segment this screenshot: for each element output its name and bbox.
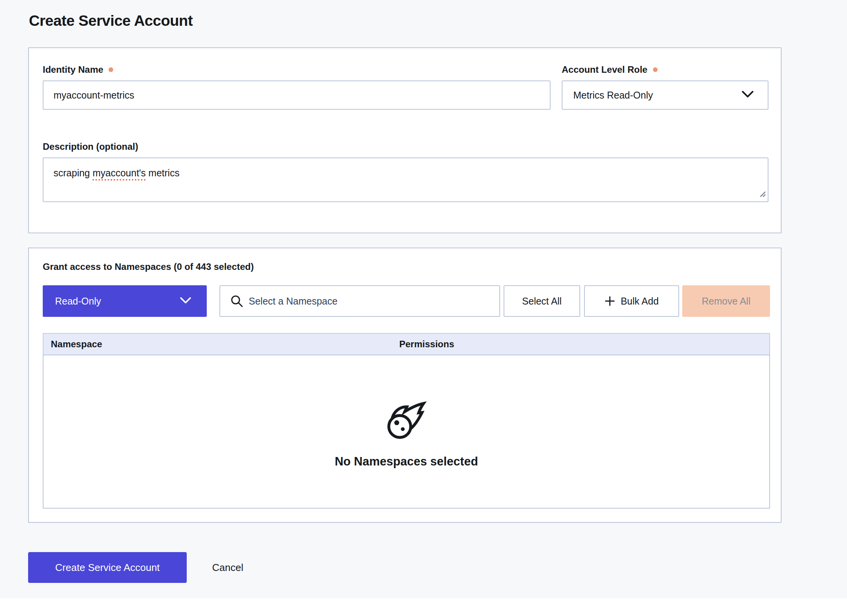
namespaces-table: Namespace Permissions No Namespaces sele…: [43, 333, 770, 509]
account-level-role-value: Metrics Read-Only: [573, 90, 653, 101]
plus-icon: [604, 296, 615, 306]
search-icon: [230, 295, 243, 308]
chevron-down-icon: [742, 90, 754, 100]
identity-name-input[interactable]: [43, 80, 551, 110]
description-label: Description (optional): [43, 141, 138, 152]
namespaces-empty-state: No Namespaces selected: [43, 355, 770, 509]
select-all-label: Select All: [522, 296, 562, 307]
page-title: Create Service Account: [29, 12, 192, 29]
description-text-prefix: scraping: [54, 167, 92, 178]
required-dot-icon: [109, 67, 113, 72]
comet-icon: [384, 401, 429, 442]
description-text-suffix: metrics: [146, 167, 180, 178]
namespaces-toolbar: Read-Only Select All Bulk Add Remove All: [43, 285, 770, 317]
remove-all-label: Remove All: [702, 296, 750, 307]
bulk-add-button[interactable]: Bulk Add: [584, 285, 679, 317]
account-level-role-label: Account Level Role: [562, 64, 658, 75]
namespace-search-box[interactable]: [219, 285, 500, 317]
cancel-button[interactable]: Cancel: [212, 562, 243, 574]
resize-handle-icon[interactable]: [759, 189, 767, 200]
namespaces-table-header: Namespace Permissions: [43, 333, 770, 355]
empty-state-message: No Namespaces selected: [335, 455, 478, 469]
window-bottom-strip: [0, 598, 847, 616]
remove-all-button[interactable]: Remove All: [682, 285, 770, 317]
required-dot-icon: [653, 67, 658, 72]
identity-name-label-text: Identity Name: [43, 64, 103, 75]
namespaces-card: Grant access to Namespaces (0 of 443 sel…: [28, 248, 782, 523]
permission-role-value: Read-Only: [55, 296, 101, 307]
namespaces-section-title: Grant access to Namespaces (0 of 443 sel…: [43, 261, 254, 272]
chevron-down-icon: [180, 297, 191, 306]
description-text-misspelled: myaccount's: [92, 167, 146, 178]
identity-form-card: Identity Name Account Level Role Metrics…: [28, 47, 782, 233]
description-label-text: Description (optional): [43, 141, 138, 152]
column-header-permissions: Permissions: [399, 339, 454, 350]
account-level-role-label-text: Account Level Role: [562, 64, 648, 75]
account-level-role-select[interactable]: Metrics Read-Only: [562, 80, 768, 110]
footer-actions: Create Service Account Cancel: [28, 552, 243, 583]
bulk-add-label: Bulk Add: [621, 296, 659, 307]
description-textarea[interactable]: scraping myaccount's metrics: [43, 157, 768, 202]
permission-role-dropdown[interactable]: Read-Only: [43, 285, 207, 317]
namespace-search-input[interactable]: [243, 288, 474, 315]
identity-name-label: Identity Name: [43, 64, 113, 75]
select-all-button[interactable]: Select All: [504, 285, 580, 317]
create-service-account-button[interactable]: Create Service Account: [28, 552, 187, 583]
column-header-namespace: Namespace: [44, 339, 399, 350]
